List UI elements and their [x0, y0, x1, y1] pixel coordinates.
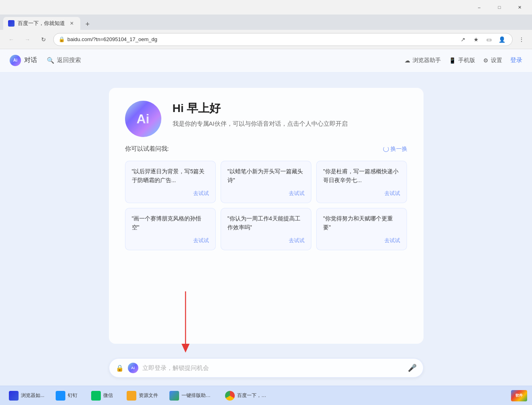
return-search-label: 返回搜索: [57, 56, 81, 64]
input-ai-icon: Ai: [128, 363, 138, 373]
forward-icon: →: [25, 36, 30, 43]
taskbar-item-2[interactable]: 微信: [87, 389, 119, 402]
refresh-icon: [383, 146, 389, 152]
share-icon[interactable]: ↗: [457, 34, 469, 45]
search-icon: 🔍: [47, 57, 54, 64]
input-placeholder: 立即登录，解锁提问机会: [142, 364, 404, 372]
forward-button[interactable]: →: [21, 33, 34, 46]
taskbar-label-1: 钉钉: [68, 392, 77, 399]
taskbar-item-1[interactable]: 钉钉: [52, 389, 84, 402]
taskbar-item-0[interactable]: 浏览器如...: [5, 389, 48, 402]
lock-icon: 🔒: [58, 36, 65, 42]
try-btn-5[interactable]: 去试试: [384, 237, 400, 244]
minimize-button[interactable]: –: [470, 1, 488, 14]
taskbar-label-0: 浏览器如...: [21, 392, 44, 399]
main-content: Ai Hi 早上好 我是你的专属AI伙伴，可以与你语音对话，点击个人中心立即开启…: [0, 72, 532, 352]
suggestion-card-1[interactable]: "以蜡笔小新为开头写一篇藏头诗" 去试试: [221, 161, 311, 203]
suggestion-card-2[interactable]: "你是杜甫，写一篇感概快递小哥日夜辛劳七... 去试试: [316, 161, 407, 203]
settings-label: 设置: [491, 57, 502, 64]
browser-chrome: – □ ✕ 百度一下，你就知道 ✕ + ← → ↻ 🔒 baidu.com/?t…: [0, 0, 532, 49]
suggestion-text-2: "你是杜甫，写一篇感概快递小哥日夜辛劳七...: [323, 167, 400, 185]
taskbar-label-3: 资源文件: [139, 392, 158, 399]
try-btn-0[interactable]: 去试试: [193, 190, 209, 197]
taskbar-item-5[interactable]: 百度一下，你就知...: [221, 389, 273, 402]
tab-favicon: [8, 20, 15, 27]
settings-button[interactable]: ⚙ 设置: [483, 57, 502, 64]
browser-menu-icons: ⋮: [516, 34, 527, 45]
suggestion-card-3[interactable]: "画一个赛博朋克风格的孙悟空" 去试试: [125, 208, 216, 250]
login-label: 登录: [510, 56, 522, 63]
taskbar-icon-3: [127, 391, 136, 401]
suggestion-label: 你可以试着问我:: [125, 145, 169, 153]
login-button[interactable]: 登录: [510, 56, 522, 64]
suggestion-header: 你可以试着问我: 换一换: [125, 145, 407, 153]
url-bar[interactable]: 🔒 baidu.com/?tn=62095104_17_oem_dg ↗ ★ ▭…: [53, 33, 513, 46]
browser-helper-button[interactable]: ☁ 浏览器助手: [405, 57, 441, 64]
title-bar: – □ ✕: [0, 0, 532, 15]
back-button[interactable]: ←: [5, 33, 18, 46]
maximize-button[interactable]: □: [490, 1, 509, 14]
suggestion-text-4: "你认为一周工作4天能提高工作效率吗": [227, 214, 305, 232]
try-btn-4[interactable]: 去试试: [289, 237, 305, 244]
bottom-area: 🔒 Ai 立即登录，解锁提问机会 🎤: [0, 352, 532, 386]
try-btn-1[interactable]: 去试试: [289, 190, 305, 197]
corner-logo: 软件: [511, 390, 527, 401]
refresh-button[interactable]: ↻: [37, 33, 50, 46]
cloud-icon: ☁: [405, 57, 410, 64]
ai-avatar-text: Ai: [137, 112, 150, 127]
close-button[interactable]: ✕: [510, 1, 529, 14]
refresh-button[interactable]: 换一换: [383, 145, 407, 153]
taskbar-right: 软件: [511, 390, 527, 401]
taskbar-label-5: 百度一下，你就知...: [237, 392, 269, 399]
taskbar-label-4: 一键排版助手(MyE...: [182, 392, 214, 399]
top-nav-right: ☁ 浏览器助手 📱 手机版 ⚙ 设置 登录: [405, 56, 522, 64]
refresh-label: 换一换: [390, 145, 407, 153]
mic-icon[interactable]: 🎤: [408, 363, 417, 372]
taskbar-icon-0: [9, 391, 19, 401]
taskbar-label-2: 微信: [103, 392, 113, 399]
window-controls: – □ ✕: [470, 1, 529, 14]
suggestion-text-3: "画一个赛博朋克风格的孙悟空": [132, 214, 209, 232]
ai-logo[interactable]: Ai 对话: [10, 55, 37, 66]
suggestion-card-4[interactable]: "你认为一周工作4天能提高工作效率吗" 去试试: [221, 208, 311, 250]
page-content: Ai 对话 🔍 返回搜索 ☁ 浏览器助手 📱 手机版 ⚙ 设置: [0, 49, 532, 386]
input-lock-icon: 🔒: [116, 364, 124, 372]
ai-header: Ai Hi 早上好 我是你的专属AI伙伴，可以与你语音对话，点击个人中心立即开启: [125, 101, 407, 137]
try-btn-3[interactable]: 去试试: [193, 237, 209, 244]
suggestion-text-5: "你觉得努力和天赋哪个更重要": [323, 214, 400, 232]
suggestion-text-0: "以后羿逐日为背景，写5篇关于防晒霜的广告...: [132, 167, 209, 185]
refresh-icon: ↻: [41, 36, 46, 43]
input-container[interactable]: 🔒 Ai 立即登录，解锁提问机会 🎤: [109, 358, 424, 378]
taskbar-icon-1: [56, 391, 65, 401]
browser-menu-button[interactable]: ⋮: [516, 34, 527, 45]
taskbar: 浏览器如... 钉钉 微信 资源文件 一键排版助手(MyE... 百度一下，你就…: [0, 386, 532, 405]
taskbar-item-4[interactable]: 一键排版助手(MyE...: [165, 389, 218, 402]
mobile-version-label: 手机版: [458, 57, 475, 64]
suggestion-card-0[interactable]: "以后羿逐日为背景，写5篇关于防晒霜的广告... 去试试: [125, 161, 216, 203]
try-btn-2[interactable]: 去试试: [384, 190, 400, 197]
new-tab-button[interactable]: +: [82, 19, 93, 30]
settings-icon: ⚙: [483, 57, 488, 64]
greeting-title: Hi 早上好: [173, 101, 407, 116]
profile-icon[interactable]: 👤: [496, 34, 507, 45]
address-bar: ← → ↻ 🔒 baidu.com/?tn=62095104_17_oem_dg…: [0, 30, 532, 49]
split-view-icon[interactable]: ▭: [483, 34, 494, 45]
suggestion-text-1: "以蜡笔小新为开头写一篇藏头诗": [227, 167, 305, 185]
taskbar-item-3[interactable]: 资源文件: [123, 389, 162, 402]
nav-title: 对话: [24, 56, 37, 64]
greeting-subtitle: 我是你的专属AI伙伴，可以与你语音对话，点击个人中心立即开启: [173, 119, 407, 129]
suggestion-card-5[interactable]: "你觉得努力和天赋哪个更重要" 去试试: [316, 208, 407, 250]
taskbar-icon-4: [169, 391, 179, 401]
ai-avatar: Ai: [125, 101, 161, 137]
return-search-link[interactable]: 🔍 返回搜索: [47, 56, 81, 64]
mobile-icon: 📱: [449, 57, 456, 64]
ai-logo-icon: Ai: [10, 55, 21, 66]
active-tab[interactable]: 百度一下，你就知道 ✕: [3, 17, 80, 30]
suggestion-grid: "以后羿逐日为背景，写5篇关于防晒霜的广告... 去试试 "以蜡笔小新为开头写一…: [125, 161, 407, 250]
tab-close-button[interactable]: ✕: [68, 20, 75, 27]
url-text: baidu.com/?tn=62095104_17_oem_dg: [67, 36, 455, 42]
bookmark-icon[interactable]: ★: [470, 34, 482, 45]
mobile-version-button[interactable]: 📱 手机版: [449, 57, 475, 64]
top-nav: Ai 对话 🔍 返回搜索 ☁ 浏览器助手 📱 手机版 ⚙ 设置: [0, 49, 532, 72]
browser-helper-label: 浏览器助手: [413, 57, 441, 64]
